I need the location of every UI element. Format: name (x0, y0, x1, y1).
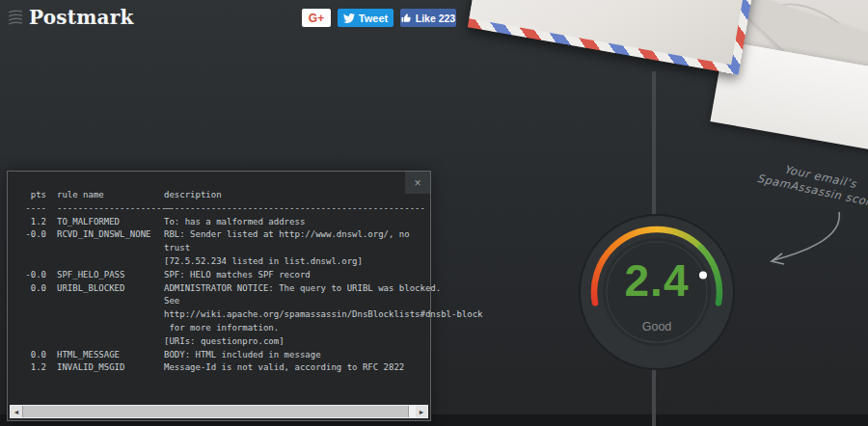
rule-pts: 1.2 (15, 361, 46, 375)
scrollbar-thumb[interactable] (22, 406, 409, 417)
gplus-label: G+ (309, 12, 324, 25)
rule-description: ADMINISTRATOR NOTICE: The query to URIBL… (164, 282, 483, 296)
rule-name: ---------------------- (57, 202, 153, 216)
rule-description: http://wiki.apache.org/spamassassin/DnsB… (164, 308, 483, 322)
rule-pts: -0.0 (15, 228, 46, 242)
postmark-stamp-icon (766, 0, 862, 67)
rule-description: To: has a malformed address (164, 216, 483, 229)
rule-name: URIBL_BLOCKED (57, 282, 153, 296)
rule-name (57, 255, 153, 269)
rule-pts (15, 322, 46, 335)
rule-pts: pts (15, 189, 46, 202)
rule-description: See (164, 295, 483, 308)
rule-pts (15, 295, 46, 308)
rule-pts (15, 308, 46, 322)
rule-pts (15, 255, 46, 269)
social-buttons: G+ Tweet Like 223 (302, 9, 456, 27)
facebook-like-button[interactable]: Like 223 (400, 9, 456, 27)
rule-name: rule name (57, 189, 153, 202)
rule-name (57, 242, 153, 255)
rule-description: RBL: Sender listed at http://www.dnswl.o… (164, 228, 483, 242)
horizontal-scrollbar[interactable]: ◄ ► (10, 405, 428, 418)
rule-description: for more information. (164, 322, 483, 335)
rule-description: ----------------------------------------… (164, 202, 483, 216)
rule-name: INVALID_MSGID (57, 361, 153, 375)
rule-description: [URIs: questionpro.com] (164, 335, 483, 349)
rule-description: [72.5.52.234 listed in list.dnswl.org] (164, 255, 483, 269)
rule-name (57, 335, 153, 349)
rule-pts (15, 242, 46, 255)
rules-table: ptsrule namedescription-----------------… (15, 189, 401, 375)
postmark-logo[interactable]: Postmark (8, 6, 133, 29)
postmark-waves-icon (8, 8, 25, 27)
rule-name (57, 322, 153, 335)
rule-name (57, 308, 153, 322)
twitter-bird-icon (343, 13, 355, 24)
rule-description: SPF: HELO matches SPF record (164, 269, 483, 282)
airmail-envelope-face (469, 0, 749, 65)
rule-pts: 0.0 (15, 349, 46, 362)
tweet-label: Tweet (359, 13, 388, 24)
rule-description: Message-Id is not valid, according to RF… (164, 361, 483, 375)
scroll-left-arrow-icon[interactable]: ◄ (11, 406, 22, 417)
rule-description: description (164, 189, 483, 202)
brand-name: Postmark (29, 6, 133, 29)
scroll-right-arrow-icon[interactable]: ► (416, 406, 427, 417)
like-label: Like 223 (416, 13, 455, 24)
rule-name: SPF_HELO_PASS (57, 269, 153, 282)
airmail-envelope (468, 0, 759, 75)
envelope-flap (692, 0, 868, 117)
spam-rules-panel: × ptsrule namedescription---------------… (7, 171, 431, 421)
spam-score-rating: Good (575, 320, 739, 333)
rule-name: HTML_MESSAGE (57, 349, 153, 362)
rule-description: trust (164, 242, 483, 255)
rule-description: BODY: HTML included in message (164, 349, 483, 362)
scrollbar-track[interactable] (409, 406, 416, 417)
rule-pts: ---- (15, 202, 46, 216)
rule-name: TO_MALFORMED (57, 216, 153, 229)
envelope-sheet (710, 40, 868, 161)
envelope-back (692, 0, 868, 121)
gplus-share-button[interactable]: G+ (302, 9, 331, 27)
rule-pts (15, 335, 46, 349)
tweet-button[interactable]: Tweet (338, 9, 393, 27)
note-arrow-icon (750, 200, 856, 287)
rule-pts: -0.0 (15, 269, 46, 282)
rule-name (57, 295, 153, 308)
rule-pts: 0.0 (15, 282, 46, 296)
rule-pts: 1.2 (15, 216, 46, 229)
rule-name: RCVD_IN_DNSWL_NONE (57, 228, 153, 242)
thumbs-up-icon (401, 13, 412, 23)
spam-score-value: 2.4 (575, 254, 739, 306)
